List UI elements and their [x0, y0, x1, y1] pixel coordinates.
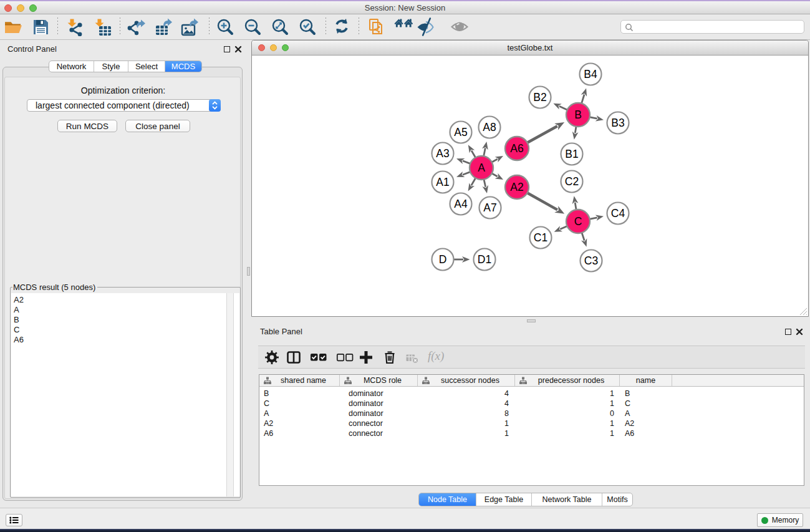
svg-text:B1: B1 — [565, 148, 578, 160]
svg-text:B2: B2 — [533, 91, 546, 104]
svg-text:D: D — [439, 253, 447, 266]
svg-text:A8: A8 — [483, 121, 496, 133]
svg-text:C1: C1 — [534, 231, 547, 244]
svg-text:B3: B3 — [611, 117, 624, 129]
svg-text:C: C — [574, 215, 582, 228]
svg-text:D1: D1 — [478, 253, 491, 266]
svg-text:C4: C4 — [611, 207, 625, 220]
svg-text:C2: C2 — [565, 175, 579, 188]
svg-text:A6: A6 — [510, 142, 523, 155]
svg-text:C3: C3 — [584, 254, 598, 267]
svg-text:A3: A3 — [436, 147, 449, 160]
svg-text:B4: B4 — [584, 68, 597, 80]
svg-text:B: B — [574, 109, 582, 121]
svg-text:A: A — [478, 162, 485, 174]
svg-text:A1: A1 — [436, 176, 449, 188]
svg-text:A4: A4 — [454, 198, 468, 210]
svg-text:A7: A7 — [483, 201, 496, 214]
svg-text:A2: A2 — [510, 181, 523, 193]
svg-text:A5: A5 — [454, 126, 467, 138]
